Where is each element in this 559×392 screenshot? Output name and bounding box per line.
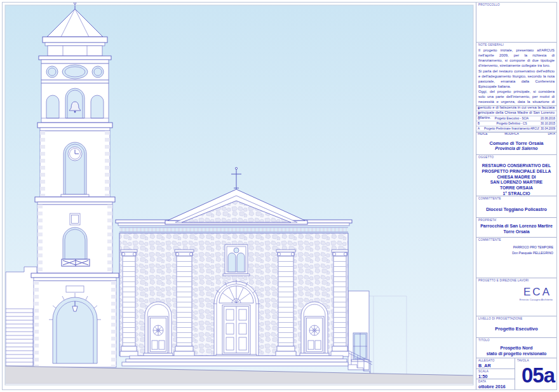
rev-date: 30.10.2015 (539, 121, 556, 126)
rosette-icon (153, 325, 163, 335)
provincia: Provincia di Salerno (478, 146, 555, 151)
rev-index: B (476, 121, 484, 126)
bell-tower (31, 2, 119, 367)
rev-date: 20.06.2016 (539, 116, 556, 121)
elevation-drawing (0, 0, 475, 392)
clock (68, 147, 82, 161)
comune: Comune di Torre Orsaia (478, 140, 555, 146)
progettista-label: PROGETTO E DIREZIONE LAVORI (478, 279, 529, 282)
progettista-section: PROGETTO E DIREZIONE LAVORI ECA Ernesto … (476, 278, 556, 316)
tower-belfry (37, 83, 112, 131)
side-portal-left (144, 302, 173, 356)
rev-desc: Progetto Definitivo - CS (484, 121, 539, 126)
revision-row: A Progetto Preliminare finanziamento ARC… (476, 126, 556, 131)
oggetto-section: OGGETTO RESTAURO CONSERVATIVO DEL PROSPE… (476, 154, 556, 196)
allegato-label: ALLEGATO (478, 359, 494, 362)
oggetto-label: OGGETTO (478, 156, 494, 159)
main-door (222, 305, 250, 355)
rev-index: C (476, 116, 484, 121)
side-portal-right (300, 302, 329, 356)
protocollo-label: PROTOCOLLO (478, 3, 500, 6)
rev-desc (484, 106, 539, 111)
revision-table: E D C Progetto Esecutivo - SCIA 20.06.20… (476, 105, 556, 132)
rev-desc: Progetto Preliminare finanziamento ARCUS (484, 126, 539, 131)
data-value: ottobre 2016 (478, 384, 506, 389)
proprieta-value: Parrocchia di San Lorenzo Martire Torre … (478, 224, 555, 235)
committente-value: Diocesi Teggiano Policastro (478, 206, 555, 212)
revision-row: E (476, 106, 556, 111)
sheet: PROTOCOLLO NOTE GENERALI Il progetto ini… (0, 0, 559, 392)
livello-label: LIVELLO DI PROGETTAZIONE (478, 317, 523, 320)
right-annex (348, 291, 372, 374)
annex-window (351, 333, 369, 362)
facade-window (223, 245, 250, 276)
tavola-label: TAVOLA (517, 359, 529, 362)
balcony-balustrade (62, 259, 90, 266)
central-portal (213, 280, 260, 357)
side-door-right (305, 316, 324, 353)
tower-clock-level (35, 131, 115, 205)
revision-row: C Progetto Esecutivo - SCIA 20.06.2016 (476, 116, 556, 121)
left-staircase (6, 267, 37, 366)
allegato-cell: ALLEGATO B_AR (476, 358, 515, 369)
note-label: NOTE GENERALI (478, 43, 504, 46)
tower-oculus-band (41, 64, 109, 83)
parroco-label: COMMITTENTE (478, 238, 501, 241)
pilaster-2 (174, 250, 194, 356)
pilaster-4 (331, 250, 349, 356)
titolo-label: TITOLO (478, 339, 490, 342)
pilaster-1 (120, 250, 138, 356)
ente-section: Comune di Torre Orsaia Provincia di Sale… (476, 132, 556, 154)
rev-desc (484, 111, 539, 116)
rev-index: A (476, 126, 484, 131)
eca-logo-subtext: Ernesto Casagno Architetto (476, 298, 553, 301)
parroco-section: COMMITTENTE PARROCO PRO TEMPORE Don Pasq… (476, 237, 556, 278)
rev-date (539, 111, 556, 116)
facade-steps (122, 356, 348, 366)
eca-logo: ECA (476, 286, 551, 299)
data-label: DATA (478, 380, 486, 383)
cartouche-bottom: ALLEGATO B_AR SCALA 1:50 DATA ottobre 20… (476, 358, 556, 389)
tower-base (34, 281, 116, 367)
proprieta-section: PROPRIETA' Parrocchia di San Lorenzo Mar… (476, 217, 556, 237)
parroco-title: PARROCO PRO TEMPORE (513, 245, 553, 249)
pilaster-3 (276, 250, 296, 356)
tower-mid-level (31, 205, 119, 281)
committente-section: COMMITTENTE Diocesi Teggiano Policastro (476, 196, 556, 217)
committente-label: COMMITTENTE (478, 197, 501, 200)
tavola-cell: TAVOLA 05a (515, 358, 556, 390)
allegato-value: B_AR (478, 363, 491, 368)
rev-index: E (476, 106, 484, 111)
livello-section: LIVELLO DI PROGETTAZIONE Progetto Esecut… (476, 316, 556, 337)
rev-desc: Progetto Esecutivo - SCIA (484, 116, 539, 121)
data-cell: DATA ottobre 2016 (476, 379, 515, 390)
titolo-value: Prospetto Nord stato di progetto revisio… (478, 345, 555, 356)
scala-cell: SCALA 1:50 (476, 369, 515, 379)
revision-row: D (476, 111, 556, 116)
parroco-name: Don Pasquale PELLEGRINO (512, 251, 553, 255)
rev-index: D (476, 111, 484, 116)
revision-row: B Progetto Definitivo - CS 30.10.2015 (476, 121, 556, 126)
note-section: NOTE GENERALI Il progetto iniziale, pres… (476, 42, 556, 105)
titolo-section: TITOLO Prospetto Nord stato di progetto … (476, 337, 556, 358)
protocollo-section: PROTOCOLLO (476, 3, 556, 42)
scala-value: 1:50 (478, 374, 487, 379)
side-door-left (149, 316, 168, 353)
title-block: PROTOCOLLO NOTE GENERALI Il progetto ini… (476, 3, 556, 389)
tavola-number: 05a (522, 363, 555, 388)
proprieta-label: PROPRIETA' (478, 219, 497, 222)
oggetto-text: RESTAURO CONSERVATIVO DEL PROSPETTO PRIN… (478, 163, 555, 197)
scala-label: SCALA (478, 370, 488, 373)
rosette-icon (309, 325, 320, 335)
rev-date: 30.04.2009 (539, 126, 556, 131)
livello-value: Progetto Esecutivo (478, 326, 555, 332)
rev-date (539, 106, 556, 111)
